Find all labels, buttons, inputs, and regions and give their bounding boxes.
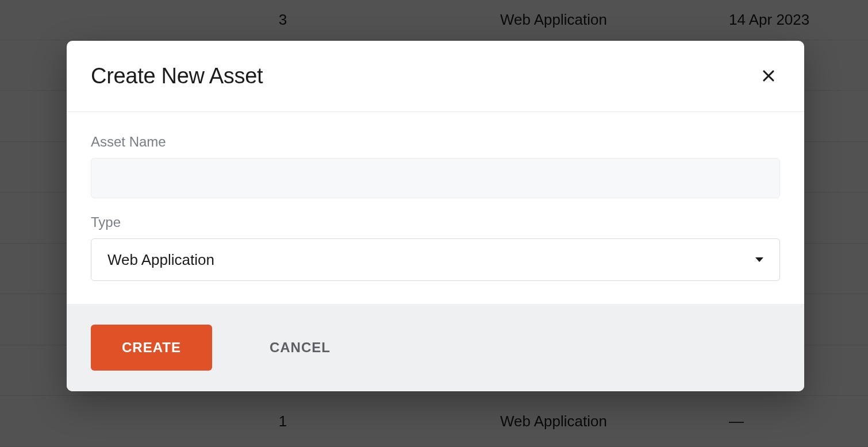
asset-name-input[interactable] bbox=[91, 158, 780, 198]
modal-title: Create New Asset bbox=[91, 64, 263, 88]
asset-name-label: Asset Name bbox=[91, 134, 780, 150]
modal-header: Create New Asset bbox=[67, 41, 804, 112]
create-asset-modal: Create New Asset Asset Name Type Web App… bbox=[67, 41, 804, 391]
modal-body: Asset Name Type Web Application bbox=[67, 112, 804, 304]
close-button[interactable] bbox=[757, 65, 780, 88]
asset-type-select[interactable]: Web Application bbox=[91, 238, 780, 281]
asset-type-select-wrap: Web Application bbox=[91, 238, 780, 281]
asset-type-label: Type bbox=[91, 214, 780, 230]
create-button[interactable]: CREATE bbox=[91, 325, 212, 371]
cancel-button[interactable]: CANCEL bbox=[270, 340, 331, 356]
close-icon bbox=[762, 67, 775, 86]
modal-footer: CREATE CANCEL bbox=[67, 304, 804, 391]
